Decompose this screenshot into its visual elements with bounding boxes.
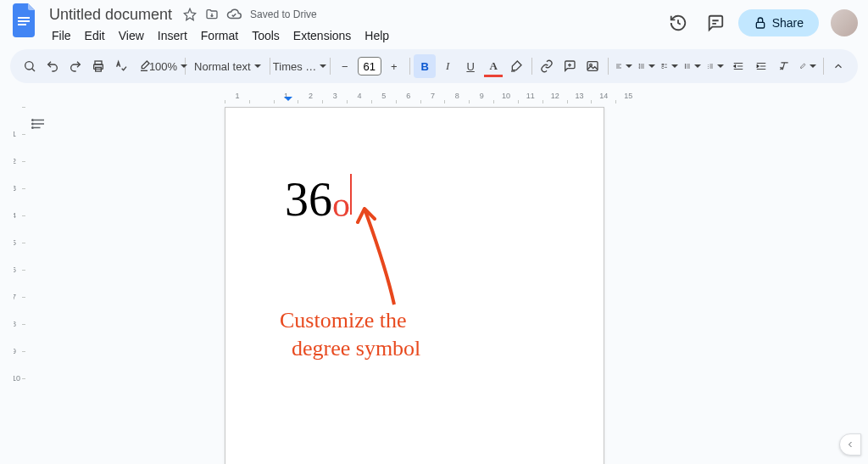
zoom-select[interactable]: 100% [156,54,181,78]
undo-icon[interactable] [42,54,64,78]
share-label: Share [772,16,804,30]
comments-icon[interactable] [701,8,730,37]
star-icon[interactable] [182,7,198,22]
svg-point-20 [32,127,34,129]
svg-point-4 [25,62,33,70]
bulleted-list-button[interactable] [682,54,704,78]
font-size-decrease[interactable]: − [334,54,356,78]
account-avatar[interactable] [831,9,858,36]
svg-rect-0 [18,17,30,19]
redo-icon[interactable] [64,54,86,78]
docs-logo[interactable] [10,5,41,36]
svg-rect-10 [662,64,664,65]
indent-decrease-button[interactable] [727,54,749,78]
svg-text:3: 3 [707,67,709,69]
numbered-list-button[interactable]: 123 [704,54,726,78]
svg-rect-1 [18,20,30,22]
document-title[interactable]: Untitled document [46,6,175,24]
menu-view[interactable]: View [113,25,150,46]
svg-rect-8 [587,62,598,71]
print-icon[interactable] [87,54,109,78]
align-button[interactable] [613,54,635,78]
history-icon[interactable] [664,8,693,37]
font-size-increase[interactable]: + [383,54,405,78]
menu-help[interactable]: Help [359,25,395,46]
menu-edit[interactable]: Edit [79,25,111,46]
document-text[interactable]: 36 [285,173,332,226]
svg-point-18 [32,120,34,121]
svg-rect-3 [756,22,764,28]
indent-increase-button[interactable] [750,54,772,78]
move-icon[interactable] [204,7,220,22]
spellcheck-icon[interactable] [110,54,132,78]
italic-button[interactable]: I [437,54,459,78]
menu-format[interactable]: Format [195,25,244,46]
saved-status: Saved to Drive [250,8,317,20]
cloud-saved-icon[interactable] [226,7,242,22]
show-outline-icon[interactable] [29,114,49,134]
text-color-button[interactable]: A [482,54,504,78]
paragraph-style-select[interactable]: Normal text [189,54,265,78]
lock-icon [754,16,767,30]
svg-point-19 [32,123,34,125]
menubar: File Edit View Insert Format Tools Exten… [46,25,664,46]
menu-insert[interactable]: Insert [152,25,193,46]
line-spacing-button[interactable] [636,54,658,78]
collapse-toolbar-button[interactable] [827,54,849,78]
search-menus-icon[interactable] [19,54,41,78]
clear-formatting-button[interactable] [773,54,795,78]
highlight-color-button[interactable] [505,54,527,78]
bold-button[interactable]: B [414,54,436,78]
underline-button[interactable]: U [459,54,481,78]
text-cursor [350,174,352,215]
toolbar: 100% Normal text Times … − + B I U A 123 [10,49,858,83]
svg-rect-2 [18,24,26,25]
indent-marker-icon[interactable] [284,97,292,105]
editing-mode-button[interactable] [797,54,819,78]
menu-file[interactable]: File [46,25,77,46]
menu-tools[interactable]: Tools [246,25,286,46]
insert-link-icon[interactable] [536,54,558,78]
insert-image-icon[interactable] [581,54,604,78]
checklist-button[interactable] [659,54,681,78]
menu-extensions[interactable]: Extensions [287,25,357,46]
svg-rect-11 [662,67,664,69]
svg-point-12 [685,64,686,65]
vertical-ruler[interactable]: 12345678910 [14,107,27,464]
svg-point-13 [685,66,686,67]
svg-point-14 [685,68,686,69]
share-button[interactable]: Share [738,9,819,36]
insert-comment-icon[interactable] [559,54,581,78]
font-size-input[interactable] [358,57,381,75]
font-family-select[interactable]: Times … [275,54,326,78]
document-page[interactable]: 36o [225,107,604,464]
expand-side-panel-icon[interactable] [839,433,861,456]
